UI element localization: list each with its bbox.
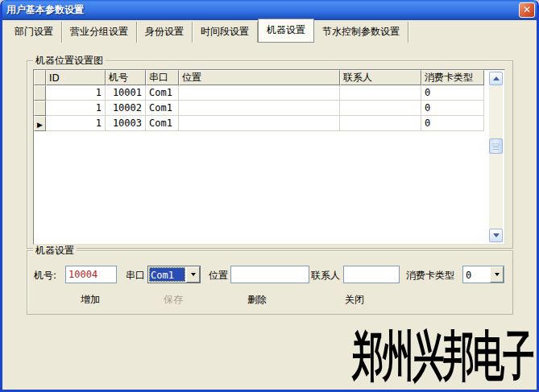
row-selector[interactable]	[34, 85, 46, 101]
current-row-arrow-icon: ▶	[37, 121, 43, 129]
close-button[interactable]: 关闭	[342, 291, 367, 308]
vendor-watermark: 郑州兴邦电子	[352, 328, 533, 385]
cell-card-type[interactable]: 0	[421, 101, 484, 116]
scroll-down-icon	[493, 233, 500, 237]
dialog-window: 用户基本参数设置 ✕ 部门设置 营业分组设置 身份设置 时间段设置 机器设置 节…	[0, 0, 539, 392]
row-selector-header	[34, 70, 46, 85]
machine-grid: ID 机号 串口 位置 联系人 消费卡类型 1 10001 Com1	[33, 69, 505, 245]
col-header-port[interactable]: 串口	[146, 70, 179, 85]
col-header-id[interactable]: ID	[46, 70, 106, 85]
cell-contact[interactable]	[340, 101, 421, 116]
cell-machine-no[interactable]: 10003	[106, 116, 146, 131]
tab-machine-settings[interactable]: 机器设置	[258, 19, 314, 43]
cell-port[interactable]: Com1	[146, 85, 179, 101]
cell-card-type[interactable]: 0	[421, 116, 484, 131]
tab-department-settings[interactable]: 部门设置	[6, 22, 62, 43]
table-row[interactable]: 1 10001 Com1 0	[34, 85, 484, 101]
machine-location-groupbox-title: 机器位置设置图	[33, 55, 106, 66]
machine-table: ID 机号 串口 位置 联系人 消费卡类型 1 10001 Com1	[34, 70, 484, 131]
table-row[interactable]: 1 10002 Com1 0	[34, 101, 484, 116]
machine-settings-groupbox: 机器设置 机号: 串口 Com1 位置 联系人 消费卡类型 0 增加 保存 删除…	[27, 250, 513, 315]
table-row[interactable]: ▶ 1 10003 Com1 0	[34, 116, 484, 131]
scroll-thumb[interactable]	[489, 138, 503, 154]
scroll-up-icon	[493, 76, 500, 80]
title-bar[interactable]: 用户基本参数设置 ✕	[0, 0, 539, 20]
machine-no-input[interactable]	[65, 266, 117, 283]
cell-id[interactable]: 1	[46, 101, 106, 116]
save-button[interactable]: 保存	[160, 291, 186, 308]
cell-id[interactable]: 1	[46, 85, 106, 101]
card-type-combobox[interactable]: 0	[462, 266, 504, 283]
row-selector[interactable]	[34, 101, 46, 116]
col-header-card-type[interactable]: 消费卡类型	[421, 70, 484, 85]
close-icon[interactable]: ✕	[519, 2, 535, 18]
table-header-row: ID 机号 串口 位置 联系人 消费卡类型	[34, 70, 484, 85]
cell-machine-no[interactable]: 10002	[106, 101, 146, 116]
card-type-dropdown-button[interactable]	[490, 266, 504, 283]
tab-time-period-settings[interactable]: 时间段设置	[193, 22, 258, 43]
cell-card-type[interactable]: 0	[421, 85, 484, 101]
cell-contact[interactable]	[340, 116, 421, 131]
cell-location[interactable]	[179, 101, 340, 116]
card-type-label: 消费卡类型	[406, 267, 454, 284]
cell-machine-no[interactable]: 10001	[106, 85, 146, 101]
col-header-location[interactable]: 位置	[179, 70, 340, 85]
machine-no-label: 机号:	[34, 267, 56, 284]
delete-button[interactable]: 删除	[244, 291, 270, 308]
location-input[interactable]	[230, 266, 309, 283]
location-label: 位置	[209, 267, 228, 284]
chevron-down-icon	[495, 273, 500, 276]
cell-id[interactable]: 1	[46, 116, 106, 131]
scroll-down-button[interactable]	[489, 229, 503, 242]
port-combobox[interactable]: Com1	[147, 266, 201, 283]
col-header-machine-no[interactable]: 机号	[106, 70, 146, 85]
machine-location-groupbox: 机器位置设置图 ID 机号 串口 位置 联系人 消费卡类型	[27, 60, 513, 249]
window-title: 用户基本参数设置	[6, 3, 519, 17]
row-selector-current[interactable]: ▶	[34, 116, 46, 131]
machine-settings-groupbox-title: 机器设置	[33, 245, 77, 256]
vertical-scrollbar[interactable]	[489, 72, 503, 242]
chevron-down-icon	[191, 273, 196, 276]
port-dropdown-button[interactable]	[186, 266, 200, 283]
add-button[interactable]: 增加	[77, 291, 103, 308]
dialog-body: 部门设置 营业分组设置 身份设置 时间段设置 机器设置 节水控制参数设置 机器位…	[2, 20, 537, 390]
cell-port[interactable]: Com1	[146, 101, 179, 116]
port-selected-value: Com1	[149, 267, 185, 282]
cell-contact[interactable]	[340, 85, 421, 101]
tab-bar: 部门设置 营业分组设置 身份设置 时间段设置 机器设置 节水控制参数设置	[6, 23, 408, 43]
contact-input[interactable]	[343, 266, 400, 283]
scroll-up-button[interactable]	[489, 72, 503, 85]
contact-label: 联系人	[311, 267, 340, 284]
tab-business-group-settings[interactable]: 营业分组设置	[62, 22, 137, 43]
tab-identity-settings[interactable]: 身份设置	[137, 22, 193, 43]
port-label: 串口	[126, 267, 145, 284]
card-type-selected-value: 0	[464, 267, 489, 282]
cell-location[interactable]	[179, 85, 340, 101]
cell-location[interactable]	[179, 116, 340, 131]
tab-water-saving-settings[interactable]: 节水控制参数设置	[314, 22, 408, 43]
col-header-contact[interactable]: 联系人	[340, 70, 421, 85]
cell-port[interactable]: Com1	[146, 116, 179, 131]
